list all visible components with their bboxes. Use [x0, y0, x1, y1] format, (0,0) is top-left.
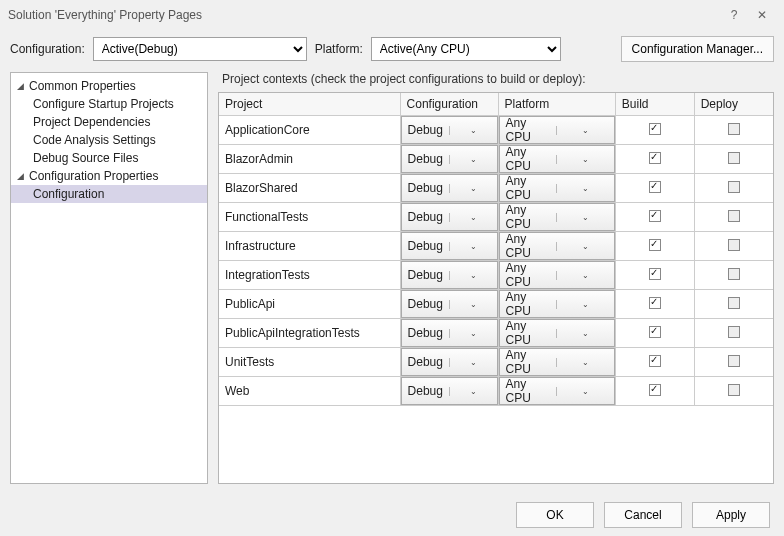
checkbox[interactable]: [728, 268, 740, 280]
cell-build[interactable]: [615, 348, 694, 377]
project-grid: Project Configuration Platform Build Dep…: [218, 92, 774, 484]
checkbox[interactable]: [728, 355, 740, 367]
cell-project: Infrastructure: [219, 232, 400, 261]
cell-build[interactable]: [615, 377, 694, 406]
platform-select[interactable]: Active(Any CPU): [371, 37, 561, 61]
checkbox[interactable]: [649, 210, 661, 222]
cell-project: BlazorShared: [219, 174, 400, 203]
cell-deploy[interactable]: [694, 116, 773, 145]
help-icon[interactable]: ?: [720, 8, 748, 22]
table-row: ApplicationCoreDebug⌄Any CPU⌄: [219, 116, 773, 145]
checkbox[interactable]: [728, 297, 740, 309]
chevron-down-icon: ⌄: [449, 387, 497, 396]
checkbox[interactable]: [728, 152, 740, 164]
checkbox[interactable]: [728, 123, 740, 135]
col-configuration[interactable]: Configuration: [400, 93, 498, 116]
checkbox[interactable]: [649, 123, 661, 135]
hint-text: Project contexts (check the project conf…: [218, 72, 774, 92]
nav-tree: ◢ Common Properties Configure Startup Pr…: [10, 72, 208, 484]
checkbox[interactable]: [728, 384, 740, 396]
tree-node-debug-source-files[interactable]: Debug Source Files: [11, 149, 207, 167]
cell-platform[interactable]: Any CPU⌄: [498, 145, 615, 174]
checkbox[interactable]: [649, 152, 661, 164]
cell-deploy[interactable]: [694, 290, 773, 319]
cell-platform[interactable]: Any CPU⌄: [498, 203, 615, 232]
cell-platform[interactable]: Any CPU⌄: [498, 261, 615, 290]
checkbox[interactable]: [649, 181, 661, 193]
cell-configuration[interactable]: Debug⌄: [400, 377, 498, 406]
cell-build[interactable]: [615, 290, 694, 319]
cell-configuration[interactable]: Debug⌄: [400, 232, 498, 261]
close-icon[interactable]: ✕: [748, 8, 776, 22]
cell-deploy[interactable]: [694, 174, 773, 203]
cell-platform[interactable]: Any CPU⌄: [498, 290, 615, 319]
cell-build[interactable]: [615, 319, 694, 348]
tree-node-configure-startup-projects[interactable]: Configure Startup Projects: [11, 95, 207, 113]
cell-platform[interactable]: Any CPU⌄: [498, 348, 615, 377]
col-build[interactable]: Build: [615, 93, 694, 116]
checkbox[interactable]: [728, 239, 740, 251]
tree-node-project-dependencies[interactable]: Project Dependencies: [11, 113, 207, 131]
chevron-down-icon: ⌄: [556, 242, 614, 251]
checkbox[interactable]: [649, 355, 661, 367]
cell-deploy[interactable]: [694, 348, 773, 377]
ok-button[interactable]: OK: [516, 502, 594, 528]
checkbox[interactable]: [728, 181, 740, 193]
cell-build[interactable]: [615, 232, 694, 261]
cell-build[interactable]: [615, 145, 694, 174]
table-row: UnitTestsDebug⌄Any CPU⌄: [219, 348, 773, 377]
chevron-down-icon: ◢: [17, 81, 27, 91]
col-platform[interactable]: Platform: [498, 93, 615, 116]
configuration-select[interactable]: Active(Debug): [93, 37, 307, 61]
checkbox[interactable]: [649, 297, 661, 309]
cell-configuration[interactable]: Debug⌄: [400, 145, 498, 174]
cell-build[interactable]: [615, 174, 694, 203]
chevron-down-icon: ⌄: [449, 271, 497, 280]
apply-button[interactable]: Apply: [692, 502, 770, 528]
configuration-manager-button[interactable]: Configuration Manager...: [621, 36, 774, 62]
cell-platform[interactable]: Any CPU⌄: [498, 232, 615, 261]
cell-configuration[interactable]: Debug⌄: [400, 203, 498, 232]
checkbox[interactable]: [649, 239, 661, 251]
cell-deploy[interactable]: [694, 203, 773, 232]
cell-configuration[interactable]: Debug⌄: [400, 319, 498, 348]
cell-configuration[interactable]: Debug⌄: [400, 174, 498, 203]
cell-configuration[interactable]: Debug⌄: [400, 290, 498, 319]
chevron-down-icon: ⌄: [556, 126, 614, 135]
cell-configuration[interactable]: Debug⌄: [400, 261, 498, 290]
cancel-button[interactable]: Cancel: [604, 502, 682, 528]
cell-deploy[interactable]: [694, 261, 773, 290]
col-deploy[interactable]: Deploy: [694, 93, 773, 116]
cell-configuration[interactable]: Debug⌄: [400, 116, 498, 145]
cell-deploy[interactable]: [694, 232, 773, 261]
cell-deploy[interactable]: [694, 319, 773, 348]
tree-node-configuration[interactable]: Configuration: [11, 185, 207, 203]
checkbox[interactable]: [649, 326, 661, 338]
configuration-label: Configuration:: [10, 42, 85, 56]
cell-deploy[interactable]: [694, 145, 773, 174]
cell-project: PublicApi: [219, 290, 400, 319]
table-row: PublicApiIntegrationTestsDebug⌄Any CPU⌄: [219, 319, 773, 348]
tree-node-configuration-properties[interactable]: ◢ Configuration Properties: [11, 167, 207, 185]
chevron-down-icon: ⌄: [449, 213, 497, 222]
chevron-down-icon: ⌄: [556, 358, 614, 367]
cell-build[interactable]: [615, 116, 694, 145]
window-title: Solution 'Everything' Property Pages: [8, 8, 202, 22]
cell-platform[interactable]: Any CPU⌄: [498, 319, 615, 348]
tree-node-common-properties[interactable]: ◢ Common Properties: [11, 77, 207, 95]
cell-platform[interactable]: Any CPU⌄: [498, 174, 615, 203]
cell-platform[interactable]: Any CPU⌄: [498, 377, 615, 406]
cell-configuration[interactable]: Debug⌄: [400, 348, 498, 377]
cell-deploy[interactable]: [694, 377, 773, 406]
checkbox[interactable]: [649, 268, 661, 280]
col-project[interactable]: Project: [219, 93, 400, 116]
cell-build[interactable]: [615, 203, 694, 232]
cell-build[interactable]: [615, 261, 694, 290]
checkbox[interactable]: [649, 384, 661, 396]
tree-node-code-analysis-settings[interactable]: Code Analysis Settings: [11, 131, 207, 149]
checkbox[interactable]: [728, 210, 740, 222]
cell-platform[interactable]: Any CPU⌄: [498, 116, 615, 145]
cell-project: BlazorAdmin: [219, 145, 400, 174]
chevron-down-icon: ⌄: [449, 184, 497, 193]
checkbox[interactable]: [728, 326, 740, 338]
